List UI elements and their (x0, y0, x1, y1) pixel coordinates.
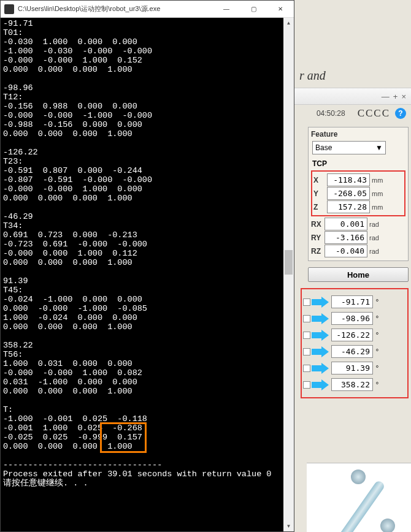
maximize-button[interactable]: ▢ (240, 1, 267, 18)
close-icon[interactable]: × (401, 92, 406, 101)
joints-highlight: -91.71°-98.96°-126.22°-46.29°91.39°358.2… (301, 288, 409, 398)
joint-unit: ° (373, 348, 382, 356)
z-unit: mm (370, 203, 386, 211)
joint-value[interactable]: -91.71 (331, 295, 373, 308)
tcp-ry-row: RY -3.166 rad (311, 231, 405, 244)
joint-row: -126.22° (303, 329, 406, 341)
joint-unit: ° (373, 331, 382, 340)
ry-label: RY (311, 234, 325, 242)
close-button[interactable]: ✕ (267, 1, 294, 18)
rz-value[interactable]: -0.040 (325, 245, 367, 257)
timestamp: 04:50:28 (317, 109, 345, 118)
ry-unit: rad (367, 234, 383, 241)
joint-row: 358.22° (303, 378, 406, 391)
rx-label: RX (311, 220, 325, 229)
tcp-rz-row: RZ -0.040 rad (311, 245, 405, 257)
feature-label: Feature (311, 130, 405, 139)
feature-dropdown[interactable]: Base ▼ (312, 141, 386, 154)
title-text: C:\Users\lin\Desktop\运动控制\robot_ur3\源.ex… (18, 4, 213, 13)
joint-checkbox[interactable] (303, 381, 310, 389)
arrow-right-icon (312, 363, 329, 374)
arrow-right-icon (312, 379, 329, 390)
tcp-label: TCP (312, 159, 405, 168)
joint-unit: ° (373, 314, 382, 323)
robot-visualization (307, 463, 411, 532)
joint-row: -98.96° (303, 312, 406, 325)
tcp-xyz-highlight: X -118.43 mm Y -268.05 mm Z 157.28 mm (311, 170, 405, 216)
joint-row: 91.39° (303, 362, 406, 374)
minimize-button[interactable]: — (213, 1, 240, 18)
joints-panel: -91.71°-98.96°-126.22°-46.29°91.39°358.2… (301, 288, 409, 398)
tcp-rx-row: RX 0.001 rad (311, 218, 405, 230)
partial-text: r and (299, 69, 411, 83)
feature-selected: Base (315, 143, 332, 152)
scroll-down-icon[interactable]: ▼ (283, 521, 294, 531)
arrow-right-icon (312, 313, 329, 324)
console-output: -91.71 T01: -0.030 1.000 0.000 0.000 -1.… (1, 18, 294, 531)
z-value[interactable]: 157.28 (327, 200, 370, 213)
joint-checkbox[interactable] (303, 348, 310, 355)
tcp-z-row: Z 157.28 mm (313, 200, 403, 213)
home-button[interactable]: Home (308, 267, 409, 282)
rx-unit: rad (367, 221, 383, 228)
joint-value[interactable]: -46.29 (331, 345, 373, 358)
y-value[interactable]: -268.05 (327, 187, 370, 200)
joint-value[interactable]: -126.22 (331, 329, 373, 341)
feature-panel: Feature Base ▼ TCP X -118.43 mm Y -268.0… (308, 127, 409, 261)
joint-row: -91.71° (303, 295, 406, 308)
scrollbar[interactable]: ▲ ▼ (283, 18, 294, 531)
minimize-icon[interactable]: — (382, 92, 390, 101)
y-unit: mm (370, 190, 386, 197)
right-panel: r and — + × 04:50:28 CCCC ? Feature Base… (294, 0, 411, 532)
maximize-icon[interactable]: + (393, 92, 398, 101)
scroll-track[interactable] (283, 28, 294, 521)
x-value[interactable]: -118.43 (327, 173, 370, 186)
y-label: Y (313, 189, 327, 198)
arrow-right-icon (312, 330, 329, 341)
help-icon[interactable]: ? (395, 108, 406, 119)
joint-unit: ° (373, 298, 382, 306)
app-icon (4, 4, 14, 14)
joint-checkbox[interactable] (303, 298, 310, 306)
tcp-y-row: Y -268.05 mm (313, 187, 403, 200)
joint-checkbox[interactable] (303, 315, 310, 322)
chevron-down-icon: ▼ (375, 143, 383, 152)
tcp-x-row: X -118.43 mm (313, 173, 403, 186)
joint-unit: ° (373, 381, 382, 389)
brand-label: CCCC (358, 107, 390, 120)
joint-value[interactable]: 358.22 (331, 378, 373, 391)
console-window: C:\Users\lin\Desktop\运动控制\robot_ur3\源.ex… (0, 0, 294, 532)
joint-checkbox[interactable] (303, 365, 310, 372)
joint-checkbox[interactable] (303, 332, 310, 339)
window-controls-bar: — + × (294, 88, 411, 105)
arrow-right-icon (312, 297, 329, 308)
z-label: Z (313, 203, 327, 211)
arrow-right-icon (312, 346, 329, 357)
rz-unit: rad (367, 248, 383, 255)
x-unit: mm (370, 177, 386, 184)
rz-label: RZ (311, 247, 325, 256)
title-bar[interactable]: C:\Users\lin\Desktop\运动控制\robot_ur3\源.ex… (1, 1, 294, 18)
scroll-thumb[interactable] (285, 250, 293, 275)
ry-value[interactable]: -3.166 (325, 231, 367, 244)
joint-row: -46.29° (303, 345, 406, 358)
x-label: X (313, 176, 327, 184)
status-bar: 04:50:28 CCCC ? (294, 105, 411, 122)
joint-value[interactable]: 91.39 (331, 362, 373, 374)
scroll-up-icon[interactable]: ▲ (283, 18, 294, 28)
rx-value[interactable]: 0.001 (325, 218, 367, 230)
joint-value[interactable]: -98.96 (331, 312, 373, 325)
joint-unit: ° (373, 364, 382, 373)
